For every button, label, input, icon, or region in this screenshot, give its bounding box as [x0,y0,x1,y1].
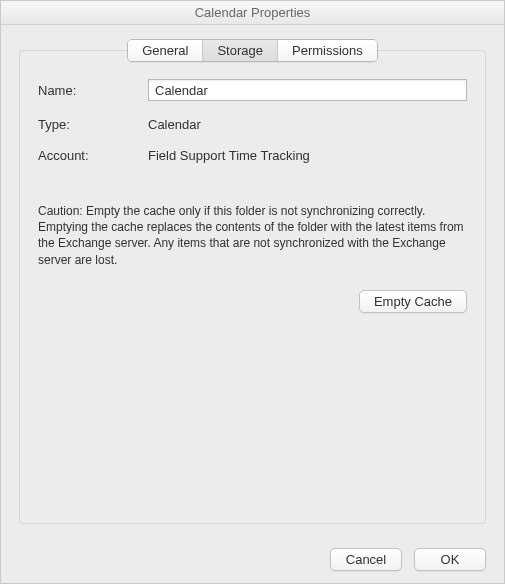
properties-window: Calendar Properties General Storage Perm… [0,0,505,584]
tab-general[interactable]: General [128,40,203,61]
tab-permissions[interactable]: Permissions [278,40,377,61]
tab-storage[interactable]: Storage [203,40,278,61]
dialog-footer: Cancel OK [1,538,504,583]
cancel-button[interactable]: Cancel [330,548,402,571]
window-titlebar: Calendar Properties [1,1,504,25]
type-value: Calendar [148,117,201,132]
caution-text: Caution: Empty the cache only if this fo… [38,203,467,268]
window-title: Calendar Properties [195,5,311,20]
account-value: Field Support Time Tracking [148,148,310,163]
content-area: General Storage Permissions Name: Type: … [1,25,504,538]
empty-cache-button[interactable]: Empty Cache [359,290,467,313]
account-label: Account: [38,148,148,163]
tabs-container: General Storage Permissions [19,39,486,62]
type-row: Type: Calendar [38,117,467,132]
empty-cache-row: Empty Cache [38,290,467,313]
storage-panel: Name: Type: Calendar Account: Field Supp… [19,50,486,524]
account-row: Account: Field Support Time Tracking [38,148,467,163]
tab-segmented-control: General Storage Permissions [127,39,378,62]
name-row: Name: [38,79,467,101]
name-label: Name: [38,83,148,98]
name-input[interactable] [148,79,467,101]
ok-button[interactable]: OK [414,548,486,571]
type-label: Type: [38,117,148,132]
